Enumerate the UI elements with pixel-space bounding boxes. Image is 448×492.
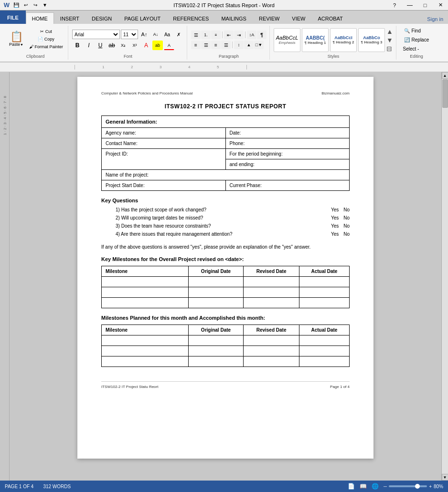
border-button[interactable]: □▼: [254, 41, 264, 49]
align-center-button[interactable]: ☰: [201, 41, 211, 49]
cut-button[interactable]: ✂ Cut: [27, 28, 65, 35]
question-2-answers: Yes No: [331, 215, 350, 220]
milestone-cell: [102, 298, 189, 308]
milestone-row: [102, 277, 350, 287]
question-3-answers: Yes No: [331, 223, 350, 229]
align-right-button[interactable]: ≡: [211, 41, 221, 49]
col-actual-date-2: Actual Date: [299, 325, 349, 335]
doc-view-read[interactable]: 📖: [360, 483, 367, 490]
line-spacing-button[interactable]: ↕: [234, 41, 244, 49]
text-color-button[interactable]: A: [141, 41, 151, 50]
styles-scroll-up[interactable]: ▲: [386, 28, 393, 35]
highlight-button[interactable]: ab: [152, 41, 163, 50]
scroll-down-button[interactable]: ▼: [442, 474, 448, 481]
increase-indent-button[interactable]: ⇥: [234, 31, 244, 39]
q1-yes: Yes: [331, 207, 339, 212]
customize-icon[interactable]: ▼: [41, 1, 49, 9]
tab-page-layout[interactable]: PAGE LAYOUT: [118, 12, 167, 24]
find-button[interactable]: 🔍 Find: [401, 27, 433, 35]
revised-date-cell: [244, 287, 299, 298]
zoom-in-button[interactable]: +: [429, 484, 432, 489]
scroll-track[interactable]: [442, 79, 448, 474]
bold-button[interactable]: B: [72, 41, 83, 50]
italic-button[interactable]: I: [84, 41, 94, 50]
tab-references[interactable]: REFERENCES: [167, 12, 215, 24]
justify-button[interactable]: ☰: [221, 41, 231, 49]
clear-format-button[interactable]: ✗: [173, 30, 184, 39]
tab-file[interactable]: FILE: [0, 10, 26, 24]
minimize-button[interactable]: ?: [387, 0, 402, 10]
doc-view-web[interactable]: 🌐: [372, 483, 379, 490]
select-dropdown[interactable]: Select -: [401, 45, 433, 53]
title-bar: W 💾 ↩ ↪ ▼ ITSW102-2 IT Project Status Re…: [0, 0, 448, 10]
multilevel-button[interactable]: ≡: [211, 31, 221, 39]
font-name-select[interactable]: Arial: [72, 30, 120, 39]
main-area: 1 · 2 · 3 · 4 · 5 · 6 · 7 · 8 Computer &…: [0, 72, 448, 481]
undo-icon[interactable]: ↩: [22, 1, 30, 9]
tab-review[interactable]: REVIEW: [253, 12, 286, 24]
ribbon-group-styles: AaBbCcL Emphasis AABBC( ¶ Heading 1 AaBb…: [271, 26, 396, 60]
sign-in-link[interactable]: Sign in: [422, 14, 448, 24]
superscript-button[interactable]: X²: [129, 41, 140, 50]
maximize-button[interactable]: □: [417, 0, 433, 10]
monthly-revised-date: [244, 346, 299, 356]
show-hide-button[interactable]: ¶: [257, 31, 267, 39]
question-3-text: 3) Does the team have resource constrain…: [101, 223, 326, 229]
tab-insert[interactable]: INSERT: [54, 12, 85, 24]
grow-font-button[interactable]: A↑: [139, 30, 149, 39]
current-phase-label: Current Phase:: [225, 180, 350, 191]
shrink-font-button[interactable]: A↓: [150, 30, 161, 39]
status-bar: PAGE 1 OF 4 312 WORDS 📄 📖 🌐 ─ + 80%: [0, 481, 448, 492]
sort-button[interactable]: ↕A: [247, 31, 256, 39]
milestone-row: [102, 298, 350, 308]
monthly-milestone-cell: [102, 335, 189, 346]
styles-scroll-down[interactable]: ▼: [386, 36, 393, 44]
styles-expand[interactable]: ⊟: [386, 45, 393, 52]
style-heading1[interactable]: AABBC( ¶ Heading 1: [302, 28, 329, 52]
replace-icon: 🔄: [404, 37, 410, 42]
tab-view[interactable]: VIEW: [286, 12, 311, 24]
style-heading3[interactable]: AaBbCo ¶ Heading 3: [358, 28, 385, 52]
contact-name-label: Contact Name:: [102, 138, 226, 149]
paste-button[interactable]: 📋 Paste ▼: [6, 27, 27, 52]
right-scrollbar[interactable]: ▲ ▼: [441, 72, 448, 481]
tab-design[interactable]: DESIGN: [85, 12, 118, 24]
col-revised-date-2: Revised Date: [244, 325, 299, 335]
redo-icon[interactable]: ↪: [32, 1, 39, 9]
style-emphasis[interactable]: AaBbCcL Emphasis: [274, 28, 300, 52]
close-button[interactable]: ✕: [433, 0, 448, 10]
scroll-up-button[interactable]: ▲: [442, 72, 448, 79]
save-icon[interactable]: 💾: [12, 1, 20, 9]
decrease-indent-button[interactable]: ⇤: [224, 31, 234, 39]
general-info-header: General Information:: [102, 116, 350, 128]
zoom-slider[interactable]: [389, 485, 427, 487]
change-case-button[interactable]: Aa: [162, 30, 172, 39]
doc-view-print[interactable]: 📄: [348, 483, 355, 490]
document-scroll[interactable]: Computer & Network Policies and Procedur…: [10, 72, 441, 481]
underline-button[interactable]: U: [95, 41, 106, 50]
col-milestone-1: Milestone: [102, 266, 189, 277]
help-button[interactable]: —: [402, 0, 417, 10]
tab-home[interactable]: HOME: [26, 12, 54, 24]
clipboard-label: Clipboard: [26, 53, 45, 59]
style-heading2[interactable]: AaBbCcI ¶ Heading 2: [330, 28, 357, 52]
bullets-button[interactable]: ☰: [191, 31, 201, 39]
shading-button[interactable]: ▲: [244, 41, 254, 49]
tab-acrobat[interactable]: ACROBAT: [311, 12, 349, 24]
replace-button[interactable]: 🔄 Replace: [401, 36, 433, 44]
tab-mailings[interactable]: MAILINGS: [215, 12, 253, 24]
copy-button[interactable]: 📄 Copy: [27, 35, 65, 43]
align-left-button[interactable]: ≡: [191, 41, 201, 49]
monthly-revised-date: [244, 335, 299, 346]
find-icon: 🔍: [404, 28, 410, 33]
left-ruler: 1 · 2 · 3 · 4 · 5 · 6 · 7 · 8: [3, 96, 7, 135]
general-info-table: General Information: Agency name: Date: …: [101, 115, 350, 191]
numbering-button[interactable]: 1.: [201, 31, 211, 39]
strikethrough-button[interactable]: ab: [107, 41, 117, 50]
font-color-button[interactable]: A: [164, 41, 174, 50]
font-size-select[interactable]: 11: [121, 30, 138, 39]
scroll-thumb[interactable]: [442, 79, 448, 108]
format-painter-button[interactable]: 🖌 Format Painter: [27, 43, 65, 51]
subscript-button[interactable]: X₂: [118, 41, 128, 50]
zoom-out-button[interactable]: ─: [384, 484, 387, 489]
